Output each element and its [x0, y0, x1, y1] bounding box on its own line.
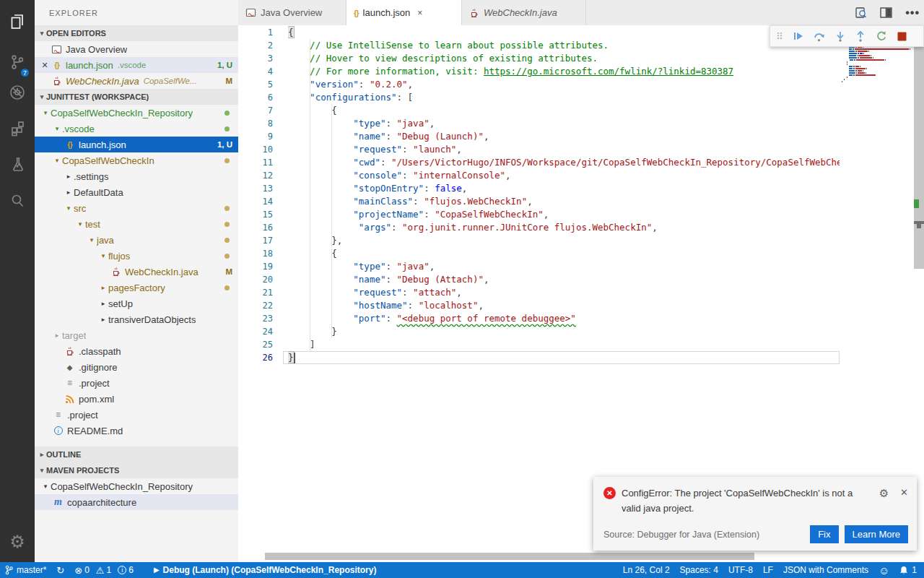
code-line[interactable]: } [288, 351, 840, 364]
sync-button[interactable]: ↻ [51, 562, 69, 578]
workspace-header[interactable]: ▾JUNITTEST (WORKSPACE) [35, 89, 238, 105]
problems-indicator[interactable]: ⊗0 ⚠1 i6 [69, 562, 139, 578]
open-editor-item[interactable]: ✕{}launch.json.vscode1, U [35, 57, 238, 73]
tab-webcheckin-java[interactable]: WebCheckIn.java [462, 0, 586, 25]
code-line[interactable]: "mainClass": "flujos.WebCheckIn", [288, 195, 840, 208]
tab-java-overview[interactable]: Java Overview [238, 0, 346, 25]
code-line[interactable]: // Use IntelliSense to learn about possi… [288, 39, 840, 52]
maven-item-copaarchitecture[interactable]: mcopaarchitecture [35, 494, 238, 510]
minimap-mark [849, 55, 855, 56]
cursor-position[interactable]: Ln 26, Col 2 [618, 562, 675, 578]
code-line[interactable]: // Hover to view descriptions of existin… [288, 52, 840, 65]
minimap[interactable] [840, 25, 914, 553]
code-line[interactable]: "port": "<debug port of remote debuggee>… [288, 312, 840, 325]
maven-item-copaselfwebcheckin-repository[interactable]: ▾CopaSelfWebCheckIn_Repository [35, 478, 238, 494]
code-line[interactable]: }, [288, 234, 840, 247]
horizontal-scrollbar-thumb[interactable] [265, 553, 754, 560]
code-line[interactable]: ] [288, 338, 840, 351]
tree-item--classpath[interactable]: .classpath [35, 343, 238, 359]
code-line[interactable]: "configurations": [ [288, 91, 840, 104]
code-line[interactable]: } [288, 325, 840, 338]
tree-item-copaselfwebcheckin-repository[interactable]: ▾CopaSelfWebCheckIn_Repository [35, 105, 238, 121]
step-into-button[interactable] [835, 31, 845, 42]
close-icon[interactable]: ✕ [39, 61, 51, 70]
tree-item-pom-xml[interactable]: pom.xml [35, 391, 238, 407]
tree-item-readme-md[interactable]: iREADME.md [35, 423, 238, 439]
extensions-icon[interactable] [0, 114, 35, 143]
tree-item-target[interactable]: ▸target [35, 327, 238, 343]
language-mode[interactable]: JSON with Comments [778, 562, 873, 578]
tree-item-java[interactable]: ▾java [35, 232, 238, 248]
eol-indicator[interactable]: LF [758, 562, 778, 578]
code-line[interactable]: "cwd": "/Users/VictorHugo/INFOS/Workspac… [288, 156, 840, 169]
tree-item-src[interactable]: ▾src [35, 200, 238, 216]
tree-item-test[interactable]: ▾test [35, 216, 238, 232]
open-editor-item[interactable]: Java Overview [35, 41, 238, 57]
notification-gear-icon[interactable]: ⚙ [879, 487, 889, 500]
stop-button[interactable] [897, 32, 907, 41]
editor-pane[interactable]: 1234567891011121314151617181920212223242… [238, 25, 924, 553]
code-line[interactable]: "version": "0.2.0", [288, 78, 840, 91]
more-actions-icon[interactable]: ••• [905, 7, 920, 20]
tree-item-pagesfactory[interactable]: ▸pagesFactory [35, 280, 238, 296]
branch-indicator[interactable]: master* [0, 562, 51, 578]
code-content[interactable]: { // Use IntelliSense to learn about pos… [288, 26, 840, 364]
code-line[interactable]: "name": "Debug (Launch)", [288, 130, 840, 143]
code-line[interactable]: "projectName": "CopaSelfWebCheckIn", [288, 208, 840, 221]
code-line[interactable]: "args": "org.junit.runner.JUnitCore fluj… [288, 221, 840, 234]
code-line[interactable]: "request": "launch", [288, 143, 840, 156]
maven-projects-header[interactable]: ▾MAVEN PROJECTS [35, 462, 238, 478]
code-line[interactable]: "stopOnEntry": false, [288, 182, 840, 195]
code-line[interactable]: "console": "internalConsole", [288, 169, 840, 182]
open-preview-icon[interactable] [855, 7, 867, 19]
code-line[interactable]: { [288, 104, 840, 117]
outline-header[interactable]: ▸OUTLINE [35, 447, 238, 462]
step-over-button[interactable] [814, 31, 825, 42]
notifications-bell[interactable]: 1 [894, 562, 924, 578]
test-explorer-icon[interactable] [0, 150, 35, 179]
vertical-scrollbar-thumb[interactable] [914, 25, 924, 269]
tree-item--project[interactable]: ≡.project [35, 407, 238, 423]
tree-item--settings[interactable]: ▸.settings [35, 168, 238, 184]
tree-item-flujos[interactable]: ▾flujos [35, 248, 238, 264]
source-control-icon[interactable]: 7 [0, 48, 35, 77]
code-line[interactable]: "type": "java", [288, 260, 840, 273]
open-editors-header[interactable]: ▾OPEN EDITORS [35, 25, 238, 41]
continue-button[interactable] [793, 31, 803, 41]
code-line[interactable]: "hostName": "localhost", [288, 299, 840, 312]
tree-item--vscode[interactable]: ▾.vscode [35, 121, 238, 137]
split-editor-icon[interactable] [880, 7, 892, 18]
learn-more-button[interactable]: Learn More [845, 525, 908, 543]
code-line[interactable]: "type": "java", [288, 117, 840, 130]
tree-item--project[interactable]: ≡.project [35, 375, 238, 391]
encoding-indicator[interactable]: UTF-8 [723, 562, 758, 578]
tree-item-setup[interactable]: ▸setUp [35, 296, 238, 311]
code-line[interactable]: "name": "Debug (Attach)", [288, 273, 840, 286]
tab-launch-json[interactable]: {} launch.json × [346, 0, 462, 25]
drag-grip-icon[interactable]: ⠿ [776, 31, 783, 42]
tree-item-defaultdata[interactable]: ▸DefaultData [35, 184, 238, 200]
open-editor-item[interactable]: WebCheckIn.javaCopaSelfWe...M [35, 73, 238, 89]
code-line[interactable]: "request": "attach", [288, 286, 840, 299]
tree-item-launch-json[interactable]: {}launch.json1, U [35, 137, 238, 152]
indentation-indicator[interactable]: Spaces: 4 [675, 562, 723, 578]
debug-launch-indicator[interactable]: ▶ Debug (Launch) (CopaSelfWebCheckIn_Rep… [149, 562, 382, 578]
tree-item-webcheckin-java[interactable]: WebCheckIn.javaM [35, 264, 238, 280]
close-icon[interactable]: × [417, 8, 422, 18]
code-line[interactable]: { [288, 26, 840, 39]
tree-item-copaselfwebcheckin[interactable]: ▾CopaSelfWebCheckIn [35, 152, 238, 168]
search-icon[interactable] [0, 186, 35, 215]
explorer-icon[interactable] [0, 7, 35, 36]
overview-ruler[interactable] [914, 25, 924, 553]
tree-item-transiverdataobjects[interactable]: ▸transiverDataObjects [35, 311, 238, 327]
feedback-button[interactable]: ☺ [873, 562, 894, 578]
step-out-button[interactable] [855, 31, 866, 42]
notification-close-icon[interactable]: ✕ [900, 487, 908, 498]
restart-button[interactable] [876, 30, 887, 42]
debug-icon[interactable] [0, 78, 35, 107]
code-line[interactable]: { [288, 247, 840, 260]
fix-button[interactable]: Fix [810, 525, 838, 543]
tree-item--gitignore[interactable]: ◆.gitignore [35, 359, 238, 375]
code-line[interactable]: // For more information, visit: https://… [288, 65, 840, 78]
settings-gear-icon[interactable]: ⚙ [0, 527, 35, 556]
